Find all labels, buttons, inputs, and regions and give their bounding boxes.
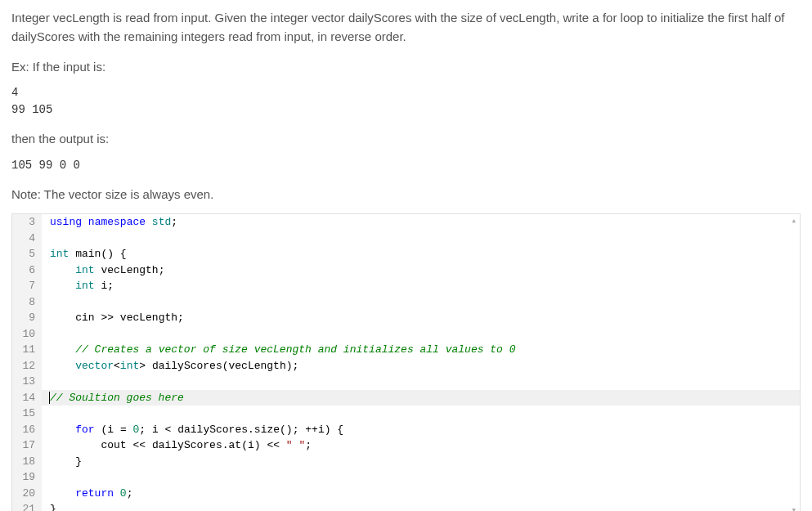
code-token [50,439,101,451]
code-token: } [75,455,82,468]
code-token: dailyScores [152,439,222,451]
code-line[interactable]: 8 [12,294,800,311]
code-content[interactable]: cout << dailyScores.at(i) << " "; [42,437,800,454]
code-line[interactable]: 9 cin >> vecLength; [12,310,800,326]
code-token: 0 [120,487,127,500]
code-token: ) [254,439,261,451]
code-content[interactable] [42,294,800,311]
code-content[interactable]: // Creates a vector of size vecLength an… [42,342,800,358]
line-number: 20 [12,486,42,502]
code-token: ++ [305,424,318,436]
code-token: ; [139,424,146,436]
code-token: at [229,439,242,451]
code-content[interactable]: for (i = 0; i < dailyScores.size(); ++i)… [42,422,800,438]
code-content[interactable] [42,406,800,422]
code-content[interactable]: cin >> vecLength; [42,310,800,326]
example-input-label: Ex: If the input is: [11,58,801,77]
line-number: 21 [12,501,42,511]
code-token [146,439,152,451]
code-token [114,487,120,500]
problem-note: Note: The vector size is always even. [11,186,801,204]
code-editor[interactable]: ▴ ▾ 3using namespace std;45int main() {6… [11,213,801,511]
code-token [50,312,75,324]
code-content[interactable]: // Soultion goes here [42,390,800,406]
code-token: i [248,439,254,451]
code-token: return [75,487,114,500]
code-line[interactable]: 15 [12,406,800,422]
description-text: Integer vecLength is read from input. Gi… [11,11,785,43]
code-token: cin [75,312,94,324]
code-token [127,424,133,436]
code-token: int [75,280,94,292]
code-line[interactable]: 17 cout << dailyScores.at(i) << " "; [12,437,800,454]
code-token [82,216,88,228]
line-number: 14 [12,390,42,406]
example-input-block: 4 99 105 [11,84,801,119]
code-token: . [248,424,254,436]
line-number: 15 [12,406,42,422]
code-token: ; [107,280,114,292]
code-line[interactable]: 16 for (i = 0; i < dailyScores.size(); +… [12,422,800,438]
code-content[interactable] [42,374,800,390]
code-token: ; [177,312,184,324]
code-line[interactable]: 7 int i; [12,278,800,294]
code-token: // Creates a vector of size vecLength an… [75,343,515,356]
code-line[interactable]: 6 int vecLength; [12,262,800,279]
code-token: vector [75,360,114,372]
code-line[interactable]: 20 return 0; [12,486,800,502]
code-content[interactable]: return 0; [42,486,800,502]
code-content[interactable] [42,469,800,486]
code-token: ; [171,216,177,228]
code-token: vecLength [120,312,177,324]
code-line[interactable]: 21} [12,501,800,511]
line-number: 8 [12,294,42,311]
code-line[interactable]: 19 [12,469,800,486]
code-content[interactable]: } [42,454,800,470]
line-number: 5 [12,246,42,262]
code-token: int [75,264,94,276]
scroll-up-icon[interactable]: ▴ [791,214,796,228]
code-line[interactable]: 10 [12,326,800,343]
code-token [50,360,75,372]
code-token: // Soultion goes here [50,392,184,404]
code-token: std [152,216,171,228]
code-token: } [50,503,56,511]
code-content[interactable] [42,326,800,343]
code-token [146,216,152,228]
code-line[interactable]: 5int main() { [12,246,800,262]
scroll-down-icon[interactable]: ▾ [791,504,796,511]
code-token: int [120,360,139,372]
line-number: 13 [12,374,42,390]
code-token: () { [101,248,126,260]
line-number: 6 [12,262,42,279]
line-number: 3 [12,214,42,231]
code-token: << [267,439,280,451]
code-token: i [318,424,325,436]
problem-description: Integer vecLength is read from input. Gi… [11,8,801,47]
code-line[interactable]: 4 [12,231,800,247]
code-token: int [50,248,69,260]
code-content[interactable]: } [42,501,800,511]
code-content[interactable]: vector<int> dailyScores(vecLength); [42,358,800,374]
code-line[interactable]: 12 vector<int> dailyScores(vecLength); [12,358,800,374]
code-token: < [114,360,120,372]
code-token: namespace [88,216,146,228]
code-content[interactable]: int main() { [42,246,800,262]
code-token: dailyScores [177,424,248,436]
code-line[interactable]: 14// Soultion goes here [12,390,800,406]
code-token: << [132,439,146,451]
code-token [280,439,286,451]
code-line[interactable]: 18 } [12,454,800,470]
code-token [50,280,75,292]
code-content[interactable] [42,231,800,247]
code-token [50,343,75,356]
code-token: ); [286,360,299,372]
code-content[interactable]: int i; [42,278,800,294]
code-token: dailyScores [152,360,222,372]
code-token [159,424,165,436]
code-content[interactable]: int vecLength; [42,262,800,279]
code-line[interactable]: 3using namespace std; [12,214,800,231]
code-line[interactable]: 13 [12,374,800,390]
code-line[interactable]: 11 // Creates a vector of size vecLength… [12,342,800,358]
code-content[interactable]: using namespace std; [42,214,800,231]
